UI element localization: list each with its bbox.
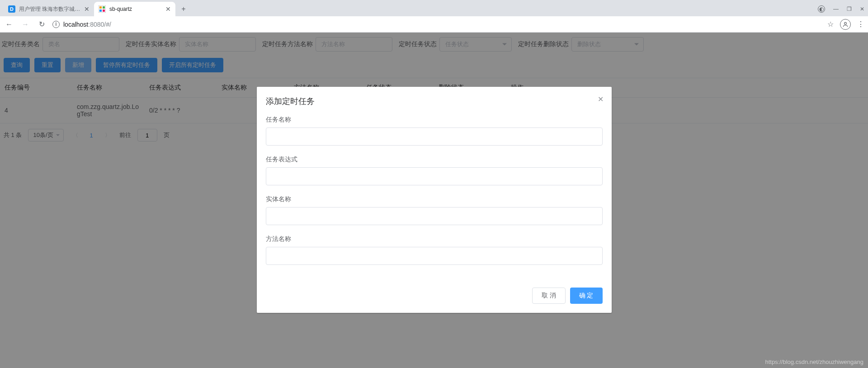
new-tab-button[interactable]: + (177, 3, 190, 15)
svg-rect-6 (103, 9, 105, 12)
back-icon[interactable]: ← (4, 20, 14, 28)
close-window-icon[interactable]: ✕ (860, 6, 864, 12)
close-icon[interactable]: ✕ (165, 5, 171, 13)
svg-point-7 (844, 22, 847, 24)
window-controls: ◐ — ❐ ✕ (818, 2, 868, 16)
forward-icon[interactable]: → (20, 20, 31, 28)
dialog-title: 添加定时任务 (266, 96, 603, 107)
field-name-label: 任务名称 (266, 116, 603, 124)
address-bar[interactable]: i localhost:8080/#/ (52, 21, 822, 28)
tab-label: sb-quartz (109, 6, 162, 12)
bookmark-icon[interactable]: ☆ (827, 20, 834, 28)
menu-icon[interactable]: ⋮ (857, 20, 864, 28)
browser-chrome: D 用户管理 珠海市数字城建档案管 ✕ sb-quartz ✕ + ◐ — ❐ … (0, 0, 868, 33)
url-text: localhost:8080/#/ (63, 21, 111, 28)
svg-text:D: D (10, 6, 14, 12)
field-name-input[interactable] (266, 127, 603, 146)
close-icon[interactable]: ✕ (84, 5, 90, 13)
reload-icon[interactable]: ↻ (36, 20, 47, 28)
tab-label: 用户管理 珠海市数字城建档案管 (19, 5, 80, 13)
maximize-icon[interactable]: ❐ (847, 6, 852, 12)
site-info-icon[interactable]: i (52, 21, 60, 28)
browser-tab-2[interactable]: sb-quartz ✕ (94, 2, 175, 16)
favicon-icon (99, 5, 106, 13)
favicon-icon: D (8, 5, 15, 13)
extension-icon[interactable]: ◐ (818, 5, 825, 13)
svg-rect-4 (103, 6, 105, 9)
svg-rect-5 (99, 9, 102, 12)
svg-rect-3 (99, 6, 102, 9)
close-icon[interactable]: ✕ (598, 95, 604, 104)
browser-tab-1[interactable]: D 用户管理 珠海市数字城建档案管 ✕ (4, 2, 94, 16)
add-task-dialog: 添加定时任务 ✕ 任务名称 任务表达式 实体名称 方法名称 取 消 确 定 (257, 87, 612, 147)
profile-icon[interactable] (840, 19, 851, 30)
browser-toolbar: ← → ↻ i localhost:8080/#/ ☆ ⋮ (0, 16, 868, 33)
tab-strip: D 用户管理 珠海市数字城建档案管 ✕ sb-quartz ✕ + ◐ — ❐ … (0, 0, 868, 16)
modal-overlay: 添加定时任务 ✕ 任务名称 任务表达式 实体名称 方法名称 取 消 确 定 (0, 33, 868, 147)
minimize-icon[interactable]: — (833, 6, 839, 12)
